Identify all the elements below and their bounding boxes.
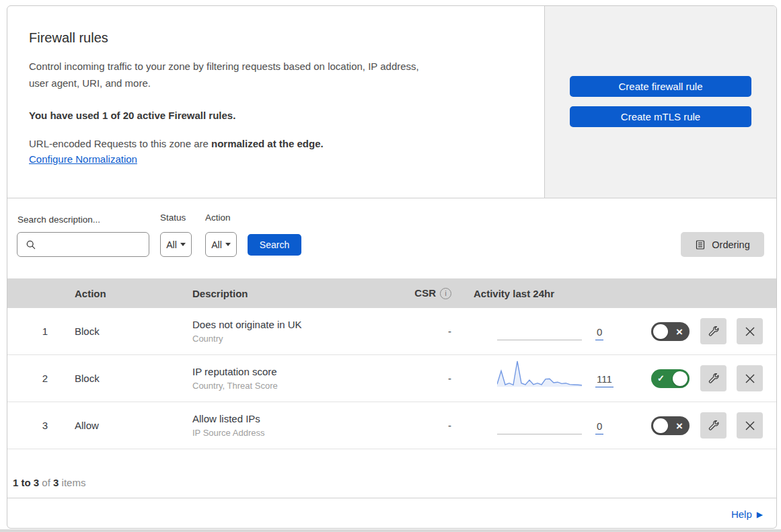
search-icon: [26, 239, 36, 250]
rule-priority: 1: [7, 326, 75, 337]
delete-rule-button[interactable]: [737, 412, 763, 439]
pagination-summary: 1 to 3 of 3 items: [7, 449, 776, 498]
rule-controls-cell: ✓ ×: [632, 365, 776, 391]
rule-priority: 3: [7, 420, 75, 431]
table-header-row: Action Description CSRi Activity last 24…: [7, 278, 776, 308]
help-link[interactable]: Help ▶: [731, 508, 763, 520]
delete-rule-button[interactable]: [737, 365, 763, 391]
page-bottom-shadow: [0, 529, 781, 532]
toggle-knob: [673, 371, 687, 386]
table-row: 2 Block IP reputation score Country, Thr…: [7, 355, 776, 402]
status-filter-select[interactable]: All: [160, 232, 192, 257]
search-input[interactable]: [17, 232, 149, 257]
action-filter-select[interactable]: All: [205, 232, 237, 257]
rule-activity-cell: 0: [463, 406, 632, 445]
description-line: Control incoming traffic to your zone by…: [29, 58, 517, 75]
activity-sparkline: [497, 359, 582, 387]
ordering-list-icon: [695, 239, 706, 250]
status-filter-label: Status: [160, 213, 186, 223]
rule-csr-value: -: [396, 326, 463, 337]
check-icon: ✓: [657, 374, 665, 383]
description-line: user agent, URI, and more.: [29, 75, 517, 91]
rule-enabled-toggle[interactable]: ✓ ×: [651, 369, 690, 388]
create-mtls-rule-button[interactable]: Create mTLS rule: [570, 106, 751, 127]
activity-count-link[interactable]: 0: [595, 420, 603, 434]
search-button[interactable]: Search: [248, 234, 301, 256]
rule-description: IP reputation score: [192, 366, 396, 377]
rule-action: Block: [75, 373, 192, 384]
delete-rule-button[interactable]: [737, 318, 763, 344]
info-icon[interactable]: i: [440, 288, 451, 299]
activity-sparkline: [497, 406, 582, 434]
rule-criteria: Country: [192, 334, 396, 344]
create-firewall-rule-button[interactable]: Create firewall rule: [570, 76, 751, 97]
x-icon: [744, 326, 756, 338]
wrench-icon: [707, 372, 720, 385]
usage-counter-text: You have used 1 of 20 active Firewall ru…: [29, 110, 517, 121]
x-icon: [744, 373, 756, 385]
edit-rule-button[interactable]: [700, 412, 727, 439]
rule-criteria: Country, Threat Score: [192, 381, 396, 391]
ordering-button[interactable]: Ordering: [681, 232, 764, 257]
rule-description-cell: Does not originate in UK Country: [192, 319, 396, 344]
x-icon: [744, 420, 756, 432]
rule-criteria: IP Source Address: [192, 428, 396, 438]
rule-enabled-toggle[interactable]: ✓ ×: [651, 416, 690, 435]
x-icon: ×: [676, 326, 683, 337]
column-header-description: Description: [192, 288, 396, 299]
rule-description-cell: IP reputation score Country, Threat Scor…: [192, 366, 396, 391]
rule-controls-cell: ✓ ×: [632, 318, 776, 344]
help-bar: Help ▶: [7, 498, 776, 529]
column-header-activity: Activity last 24hr: [463, 288, 632, 299]
rule-enabled-toggle[interactable]: ✓ ×: [651, 322, 690, 341]
header-actions-panel: Create firewall rule Create mTLS rule: [545, 6, 776, 198]
normalization-text: URL-encoded Requests to this zone are no…: [29, 138, 517, 149]
activity-sparkline: [497, 312, 582, 340]
page-description: Control incoming traffic to your zone by…: [29, 58, 517, 91]
toggle-knob: [653, 418, 668, 433]
search-field-label: Search description...: [17, 215, 100, 225]
rule-description: Does not originate in UK: [192, 319, 396, 330]
activity-count-link[interactable]: 111: [595, 373, 613, 387]
rule-description: Allow listed IPs: [192, 413, 396, 424]
arrow-right-icon: ▶: [757, 510, 763, 519]
rule-priority: 2: [7, 373, 75, 384]
table-row: 1 Block Does not originate in UK Country…: [7, 308, 776, 355]
column-header-action: Action: [75, 288, 192, 299]
edit-rule-button[interactable]: [700, 318, 727, 344]
edit-rule-button[interactable]: [700, 365, 727, 391]
rule-activity-cell: 0: [463, 312, 632, 350]
action-filter-label: Action: [205, 213, 231, 223]
wrench-icon: [707, 419, 720, 432]
rule-activity-cell: 111: [463, 359, 632, 397]
rule-action: Block: [75, 326, 192, 337]
chevron-down-icon: [180, 243, 186, 246]
rule-csr-value: -: [396, 373, 463, 384]
x-icon: ×: [676, 420, 683, 431]
rule-description-cell: Allow listed IPs IP Source Address: [192, 413, 396, 438]
table-row: 3 Allow Allow listed IPs IP Source Addre…: [7, 402, 776, 449]
rule-action: Allow: [75, 420, 192, 431]
page-title: Firewall rules: [29, 30, 517, 46]
wrench-icon: [707, 325, 720, 338]
configure-normalization-link[interactable]: Configure Normalization: [29, 153, 137, 165]
rule-csr-value: -: [396, 420, 463, 431]
activity-count-link[interactable]: 0: [595, 326, 603, 340]
rule-controls-cell: ✓ ×: [632, 412, 776, 439]
column-header-csr: CSRi: [396, 287, 463, 299]
header-section: Firewall rules Control incoming traffic …: [7, 6, 776, 198]
firewall-rules-card: Firewall rules Control incoming traffic …: [7, 5, 777, 529]
header-text-panel: Firewall rules Control incoming traffic …: [7, 6, 545, 198]
chevron-down-icon: [225, 243, 231, 246]
filter-bar: Search description... Status All Action …: [7, 198, 776, 278]
toggle-knob: [653, 324, 668, 339]
